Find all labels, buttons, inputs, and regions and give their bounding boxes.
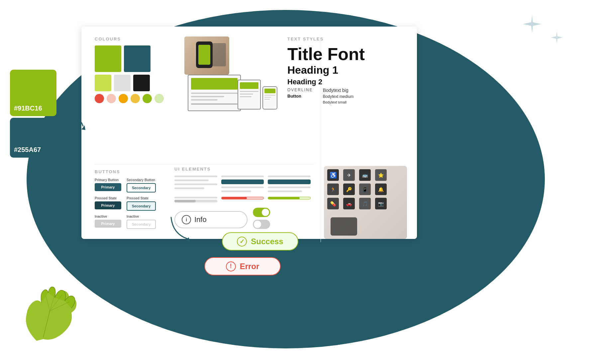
- secondary-button-label: Secondary Button: [127, 178, 156, 182]
- overline-display: OVERLINE: [287, 88, 313, 92]
- text-col-right: Bodytext big Bodytext medium Bodytext sm…: [323, 88, 354, 104]
- progress-bar-red-fill: [222, 197, 247, 199]
- heading1-display: Heading 1: [287, 64, 407, 76]
- swatch-black: [133, 75, 150, 91]
- bar-col3-3: [268, 186, 311, 188]
- error-pill: ! Error: [204, 257, 281, 275]
- secondary-inactive-button: Secondary: [127, 220, 156, 229]
- decorative-leaf: [17, 284, 83, 344]
- bar-col3-4: [268, 190, 302, 192]
- swatches-large-row: [95, 45, 181, 72]
- heading2-display: Heading 2: [287, 78, 407, 86]
- button-row-1: Primary Button Primary Secondary Button …: [95, 178, 174, 192]
- progress-bar-green-group: [268, 197, 311, 202]
- progress-bar-red-track: [221, 197, 264, 199]
- toggle-group: [253, 208, 270, 229]
- toggle-thumb-on: [262, 209, 269, 216]
- secondary-button-group: Secondary Button Secondary: [127, 178, 156, 192]
- circle-red: [95, 94, 104, 103]
- primary-pressed-button[interactable]: Primary: [95, 201, 121, 209]
- bar-teal-3: [221, 186, 264, 188]
- progress-bar-green-track: [268, 197, 311, 199]
- bodytext-big: Bodytext big: [323, 88, 354, 93]
- circles-row: [95, 94, 181, 103]
- secondary-inactive-group: Inactive Secondary: [127, 215, 156, 229]
- text-styles-label: TEXT STYLES: [287, 36, 407, 41]
- circle-pink: [107, 94, 116, 103]
- bar-col3-1: [268, 176, 311, 177]
- bar-teal-4: [221, 190, 251, 192]
- tablet-wireframe: [238, 80, 261, 109]
- bar-line-4: [174, 187, 204, 189]
- device-wireframes: [188, 75, 274, 121]
- error-label: Error: [240, 262, 259, 271]
- phone-photo: [184, 36, 229, 75]
- text-col-left: OVERLINE Button: [287, 88, 313, 104]
- bar-block-1: [174, 176, 217, 192]
- progress-bar-gray-fill: [174, 200, 196, 202]
- progress-bar-gray-1: [174, 197, 217, 198]
- success-pill: ✓ Success: [222, 232, 298, 251]
- ui-elements-label: UI ELEMENTS: [174, 167, 311, 172]
- swatch-lime: [95, 75, 111, 91]
- button-row-2: Pressed State Primary Pressed State Seco…: [95, 196, 174, 211]
- swatch-green-large: [95, 45, 121, 72]
- toggle-thumb-off: [254, 221, 261, 228]
- progress-bar-green-fill: [268, 197, 300, 199]
- swatches-medium-row: [95, 75, 181, 91]
- sparkle-icon-small: [551, 32, 563, 46]
- secondary-pressed-group: Pressed State Secondary: [127, 196, 156, 211]
- bar-line-1: [174, 176, 217, 177]
- progress-bar-red-group: [221, 197, 264, 202]
- primary-pressed-label: Pressed State: [95, 196, 121, 200]
- colours-section: COLOURS: [95, 36, 181, 103]
- main-card: COLOURS: [81, 27, 417, 239]
- text-grid: OVERLINE Button Bodytext big Bodytext me…: [287, 88, 407, 104]
- color-hex-teal: #255A67: [14, 146, 41, 154]
- bodytext-medium: Bodytext medium: [323, 94, 354, 99]
- progress-bar-gray-track: [174, 200, 217, 202]
- secondary-inactive-label: Inactive: [127, 215, 156, 218]
- secondary-pressed-button[interactable]: Secondary: [127, 201, 156, 211]
- primary-button-label: Primary Button: [95, 178, 121, 182]
- toggle-off[interactable]: [253, 220, 270, 229]
- bar-teal-1: [221, 176, 264, 177]
- circle-green: [143, 94, 152, 103]
- circle-orange: [119, 94, 128, 103]
- progress-bars-grid: [174, 197, 311, 202]
- primary-inactive-group: Inactive Primary: [95, 215, 121, 229]
- success-icon: ✓: [237, 237, 247, 247]
- primary-button-group: Primary Button Primary: [95, 178, 121, 192]
- bar-line-2: [174, 180, 209, 181]
- primary-button[interactable]: Primary: [95, 183, 121, 191]
- title-font-display: Title Font: [287, 45, 407, 63]
- primary-inactive-label: Inactive: [95, 215, 121, 218]
- button-row-3: Inactive Primary Inactive Secondary: [95, 215, 174, 229]
- swatch-teal-large: [124, 45, 150, 72]
- secondary-button[interactable]: Secondary: [127, 183, 156, 192]
- primary-inactive-button: Primary: [95, 220, 121, 228]
- horizontal-divider: [95, 164, 314, 165]
- arrow-decoration: [61, 109, 88, 136]
- toggle-on[interactable]: [253, 208, 270, 217]
- bar-block-2: [221, 176, 264, 192]
- text-styles-section: TEXT STYLES Title Font Heading 1 Heading…: [287, 36, 407, 104]
- accessibility-photo: ♿ ✈ 🚌 ⭐ 🏃 🔑 📱 🔔 💊 🚗 🎵 📷: [324, 166, 407, 239]
- secondary-pressed-label: Pressed State: [127, 196, 156, 200]
- success-label: Success: [251, 237, 283, 246]
- progress-bar-gray-group: [174, 197, 217, 202]
- bar-block-3: [268, 176, 311, 192]
- color-swatch-green: #91BC16: [10, 70, 56, 116]
- circle-yellow: [131, 94, 140, 103]
- error-icon: !: [226, 261, 236, 271]
- ui-bars-grid: [174, 176, 311, 192]
- mobile-wireframe: [262, 86, 277, 109]
- buttons-section: BUTTONS Primary Button Primary Secondary…: [95, 169, 174, 229]
- primary-pressed-group: Pressed State Primary: [95, 196, 121, 211]
- bar-col3-main: [268, 180, 311, 184]
- sparkle-icon-large: [523, 15, 541, 37]
- buttons-label: BUTTONS: [95, 169, 174, 174]
- colours-label: COLOURS: [95, 36, 181, 41]
- swatch-gray: [114, 75, 131, 91]
- bar-teal-main: [221, 180, 264, 184]
